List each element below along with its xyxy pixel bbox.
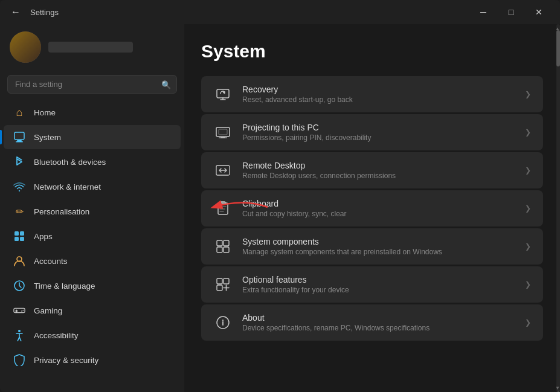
- svg-point-10: [22, 310, 24, 311]
- sidebar-item-label: Accessibility: [34, 331, 79, 340]
- svg-rect-21: [217, 247, 222, 252]
- settings-item-title: About: [242, 313, 515, 323]
- back-button[interactable]: ←: [7, 4, 24, 21]
- optional-features-icon: [213, 275, 233, 294]
- time-icon: [13, 280, 25, 292]
- svg-rect-19: [217, 240, 222, 246]
- title-bar: ← Settings ─ □ ✕: [0, 0, 560, 24]
- settings-item-optional-features-text: Optional features Extra functionality fo…: [242, 275, 515, 294]
- title-bar-left: ← Settings: [7, 4, 59, 21]
- sidebar-item-label: Personalisation: [34, 207, 89, 216]
- settings-item-title: Optional features: [242, 275, 515, 284]
- settings-item-system-components[interactable]: System components Manage system componen…: [201, 228, 543, 265]
- chevron-icon: ❯: [525, 90, 531, 98]
- settings-item-desc: Extra functionality for your device: [242, 286, 515, 294]
- sidebar-item-label: Home: [34, 108, 56, 117]
- apps-icon: [13, 230, 25, 242]
- main-content: 🔍 ⌂ Home: [0, 24, 560, 392]
- settings-item-desc: Cut and copy history, sync, clear: [242, 210, 515, 218]
- settings-item-about[interactable]: About Device specifications, rename PC, …: [201, 304, 543, 341]
- chevron-icon: ❯: [525, 280, 531, 289]
- sidebar: 🔍 ⌂ Home: [0, 24, 184, 392]
- personalisation-icon: ✏: [13, 205, 25, 217]
- sidebar-item-system[interactable]: System: [4, 125, 181, 149]
- sidebar-item-bluetooth[interactable]: Bluetooth & devices: [4, 150, 181, 174]
- search-input[interactable]: [7, 75, 177, 94]
- gaming-icon: [13, 304, 25, 316]
- sidebar-profile[interactable]: [0, 24, 184, 70]
- system-icon: [13, 131, 25, 143]
- chevron-icon: ❯: [525, 242, 531, 251]
- settings-item-title: Clipboard: [242, 199, 515, 208]
- sidebar-item-time[interactable]: Time & language: [4, 274, 181, 298]
- bluetooth-icon: [13, 156, 25, 168]
- sidebar-item-personalisation[interactable]: ✏ Personalisation: [4, 199, 181, 223]
- profile-name: [48, 42, 133, 53]
- svg-rect-2: [16, 141, 23, 143]
- chevron-icon: ❯: [525, 166, 531, 175]
- svg-rect-13: [216, 127, 230, 137]
- svg-rect-24: [224, 278, 229, 284]
- maximize-button[interactable]: □: [497, 2, 525, 22]
- svg-point-11: [18, 330, 21, 332]
- clipboard-icon: [213, 199, 233, 218]
- sidebar-item-home[interactable]: ⌂ Home: [4, 100, 181, 124]
- settings-item-projecting[interactable]: Projecting to this PC Permissions, pairi…: [201, 114, 543, 150]
- settings-list: Recovery Reset, advanced start-up, go ba…: [201, 76, 543, 341]
- system-components-icon: [213, 237, 233, 256]
- home-icon: ⌂: [13, 106, 25, 118]
- sidebar-item-label: Gaming: [34, 306, 62, 315]
- window-title: Settings: [30, 8, 59, 17]
- recovery-icon: [213, 85, 233, 104]
- chevron-icon: ❯: [525, 128, 531, 137]
- svg-rect-4: [20, 231, 24, 236]
- sidebar-item-accounts[interactable]: Accounts: [4, 249, 181, 273]
- minimize-button[interactable]: ─: [469, 2, 497, 22]
- chevron-icon: ❯: [525, 318, 531, 327]
- settings-item-desc: Permissions, pairing PIN, discoverabilit…: [242, 133, 515, 142]
- content-area: System Recovery Reset, advance: [184, 24, 560, 392]
- settings-item-optional-features[interactable]: Optional features Extra functionality fo…: [201, 266, 543, 303]
- sidebar-item-accessibility[interactable]: Accessibility: [4, 323, 181, 347]
- settings-item-title: Remote Desktop: [242, 161, 515, 170]
- chevron-icon: ❯: [525, 204, 531, 213]
- sidebar-item-label: Apps: [34, 232, 53, 241]
- accounts-icon: [13, 255, 25, 267]
- sidebar-item-label: System: [34, 133, 61, 142]
- settings-item-clipboard[interactable]: Clipboard Cut and copy history, sync, cl…: [201, 190, 543, 227]
- svg-rect-15: [219, 129, 227, 135]
- sidebar-item-apps[interactable]: Apps: [4, 224, 181, 248]
- window-controls: ─ □ ✕: [469, 2, 553, 22]
- settings-item-recovery[interactable]: Recovery Reset, advanced start-up, go ba…: [201, 76, 543, 112]
- sidebar-item-label: Time & language: [34, 281, 95, 291]
- settings-item-remote-desktop[interactable]: Remote Desktop Remote Desktop users, con…: [201, 152, 543, 188]
- avatar: [10, 31, 41, 63]
- svg-rect-23: [217, 278, 222, 284]
- svg-rect-5: [14, 237, 19, 241]
- sidebar-item-privacy[interactable]: Privacy & security: [4, 348, 181, 372]
- svg-point-9: [21, 310, 22, 312]
- search-box: 🔍: [7, 75, 177, 94]
- privacy-icon: [13, 354, 25, 366]
- sidebar-nav: ⌂ Home System: [0, 98, 184, 392]
- svg-rect-0: [14, 132, 24, 140]
- projecting-icon: [213, 123, 233, 142]
- settings-item-desc: Remote Desktop users, connection permiss…: [242, 172, 515, 180]
- remote-desktop-icon: [213, 161, 233, 180]
- settings-item-recovery-text: Recovery Reset, advanced start-up, go ba…: [242, 85, 515, 104]
- settings-item-clipboard-text: Clipboard Cut and copy history, sync, cl…: [242, 199, 515, 218]
- search-icon: 🔍: [161, 80, 171, 89]
- settings-item-remote-desktop-text: Remote Desktop Remote Desktop users, con…: [242, 161, 515, 180]
- sidebar-item-label: Privacy & security: [34, 356, 98, 365]
- close-button[interactable]: ✕: [525, 2, 553, 22]
- settings-item-desc: Manage system components that are preins…: [242, 248, 515, 256]
- settings-item-system-components-text: System components Manage system componen…: [242, 237, 515, 256]
- settings-item-projecting-text: Projecting to this PC Permissions, pairi…: [242, 123, 515, 142]
- sidebar-item-network[interactable]: Network & internet: [4, 175, 181, 199]
- settings-item-title: Recovery: [242, 85, 515, 94]
- sidebar-item-gaming[interactable]: Gaming: [4, 298, 181, 323]
- svg-rect-1: [17, 140, 22, 141]
- sidebar-item-label: Bluetooth & devices: [34, 158, 106, 167]
- svg-rect-6: [20, 237, 24, 241]
- page-title: System: [201, 41, 543, 62]
